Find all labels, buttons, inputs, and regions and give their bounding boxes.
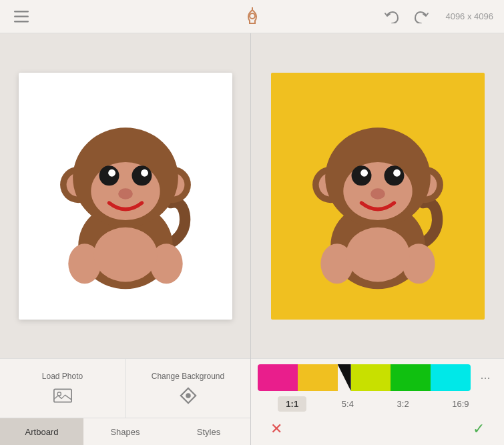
monkey-white bbox=[35, 91, 216, 301]
color-strip bbox=[258, 364, 471, 391]
svg-point-33 bbox=[393, 169, 401, 177]
home-icon[interactable] bbox=[242, 6, 263, 27]
load-photo-label: Load Photo bbox=[42, 372, 83, 381]
bottom-toolbar-left: Load Photo Change Background bbox=[0, 358, 250, 445]
svg-point-37 bbox=[346, 228, 409, 282]
svg-rect-2 bbox=[14, 21, 29, 23]
color-chartreuse[interactable] bbox=[351, 364, 391, 391]
svg-point-31 bbox=[360, 169, 368, 177]
color-green[interactable] bbox=[391, 364, 431, 391]
svg-rect-0 bbox=[14, 11, 29, 13]
color-strip-row: ··· bbox=[258, 364, 497, 391]
svg-point-3 bbox=[250, 13, 255, 19]
svg-point-32 bbox=[384, 166, 404, 186]
tab-artboard[interactable]: Artboard bbox=[0, 418, 83, 445]
svg-point-15 bbox=[141, 169, 148, 177]
change-background-icon bbox=[179, 386, 198, 405]
toolbar-right: 4096 x 4096 bbox=[381, 6, 493, 27]
ratio-3-2[interactable]: 3:2 bbox=[389, 396, 417, 412]
cancel-icon: ✕ bbox=[270, 420, 282, 438]
artboard-white bbox=[19, 73, 232, 320]
dimensions-label: 4096 x 4096 bbox=[445, 11, 493, 21]
change-background-button[interactable]: Change Background bbox=[125, 359, 250, 418]
tab-shapes[interactable]: Shapes bbox=[83, 418, 167, 445]
bottom-actions: Load Photo Change Background bbox=[0, 359, 250, 418]
undo-button[interactable] bbox=[381, 6, 403, 27]
bottom-right-controls: ··· 1:1 5:4 3:2 16:9 ✕ ✓ bbox=[251, 358, 504, 445]
cancel-button[interactable]: ✕ bbox=[264, 417, 288, 441]
svg-point-12 bbox=[99, 166, 119, 186]
top-toolbar: 4096 x 4096 bbox=[0, 0, 504, 33]
ratio-5-4[interactable]: 5:4 bbox=[334, 396, 362, 412]
load-photo-button[interactable]: Load Photo bbox=[0, 359, 125, 418]
left-panel: Load Photo Change Background bbox=[0, 33, 250, 445]
svg-point-19 bbox=[93, 228, 157, 282]
svg-point-13 bbox=[108, 169, 115, 177]
tabs-row: Artboard Shapes Styles bbox=[0, 418, 250, 445]
svg-point-14 bbox=[132, 166, 152, 186]
load-photo-icon bbox=[53, 386, 72, 405]
ratio-16-9[interactable]: 16:9 bbox=[444, 396, 477, 412]
svg-rect-1 bbox=[14, 15, 29, 17]
ratio-row: 1:1 5:4 3:2 16:9 bbox=[258, 396, 497, 412]
svg-rect-20 bbox=[53, 389, 71, 402]
svg-point-21 bbox=[57, 392, 61, 396]
more-icon: ··· bbox=[480, 371, 490, 385]
main-area: Load Photo Change Background bbox=[0, 33, 504, 445]
right-canvas-area bbox=[251, 33, 504, 358]
tab-styles[interactable]: Styles bbox=[167, 418, 250, 445]
color-black-notch[interactable] bbox=[338, 364, 351, 391]
menu-button[interactable] bbox=[11, 6, 32, 27]
svg-point-30 bbox=[351, 166, 371, 186]
toolbar-center bbox=[242, 6, 263, 27]
toolbar-left bbox=[11, 6, 32, 27]
more-colors-button[interactable]: ··· bbox=[473, 364, 497, 391]
color-magenta[interactable] bbox=[258, 364, 298, 391]
svg-point-16 bbox=[118, 189, 133, 199]
monkey-yellow bbox=[287, 91, 469, 301]
confirm-button[interactable]: ✓ bbox=[467, 417, 491, 441]
redo-button[interactable] bbox=[411, 6, 432, 27]
bottom-actions-right: ✕ ✓ bbox=[258, 417, 497, 441]
color-cyan[interactable] bbox=[431, 364, 471, 391]
left-canvas-area bbox=[0, 33, 250, 358]
confirm-icon: ✓ bbox=[473, 420, 485, 438]
ratio-1-1[interactable]: 1:1 bbox=[278, 396, 306, 412]
artboard-yellow bbox=[271, 73, 485, 320]
svg-point-34 bbox=[370, 189, 385, 199]
svg-point-22 bbox=[186, 393, 190, 398]
right-panel: ··· 1:1 5:4 3:2 16:9 ✕ ✓ bbox=[251, 33, 504, 445]
change-background-label: Change Background bbox=[152, 372, 224, 381]
color-yellow[interactable] bbox=[298, 364, 338, 391]
